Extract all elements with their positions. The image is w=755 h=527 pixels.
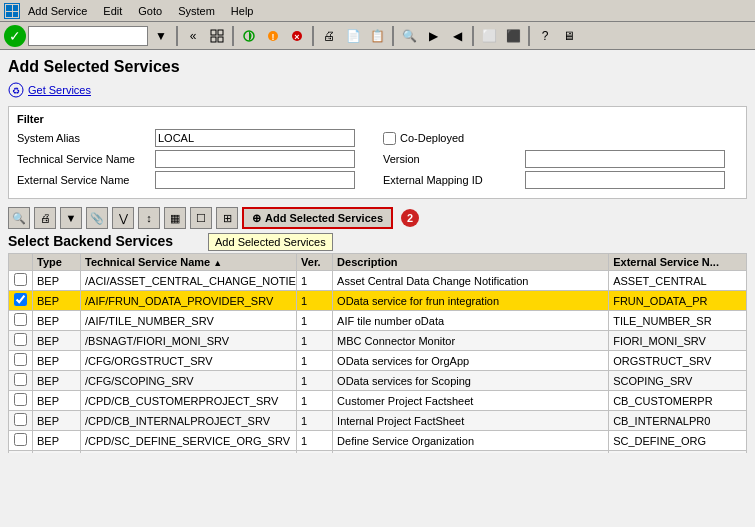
table-cell: BEP <box>33 331 81 351</box>
menu-bar: Add Service Edit Goto System Help <box>0 0 755 22</box>
double-left-btn[interactable]: « <box>182 25 204 47</box>
table-row[interactable]: BEP/CFG/ORGSTRUCT_SRV1OData services for… <box>9 351 747 371</box>
toolbar-search-icon[interactable]: 🔍 <box>8 207 30 229</box>
table-cell: /CFG/SCOPING_SRV <box>81 371 297 391</box>
table-row[interactable]: BEP/ACI/ASSET_CENTRAL_CHANGE_NOTIE1Asset… <box>9 271 747 291</box>
row-checkbox[interactable] <box>14 433 27 446</box>
table-row[interactable]: BEP/BSNAGT/FIORI_MONI_SRV1MBC Connector … <box>9 331 747 351</box>
toolbar-filter-icon[interactable]: ▼ <box>60 207 82 229</box>
print-btn[interactable]: 🖨 <box>318 25 340 47</box>
table-row[interactable]: BEP/CPD/CB_CUSTOMERPROJECT_SRV1Customer … <box>9 391 747 411</box>
next-btn[interactable]: ▶ <box>422 25 444 47</box>
toolbar-grid-icon[interactable]: ⊞ <box>216 207 238 229</box>
external-mapping-input[interactable] <box>525 171 725 189</box>
toolbar-print-icon[interactable]: 🖨 <box>34 207 56 229</box>
col-header-technical[interactable]: Technical Service Name ▲ <box>81 254 297 271</box>
dropdown-arrow[interactable]: ▼ <box>150 25 172 47</box>
row-checkbox[interactable] <box>14 293 27 306</box>
alert-btn[interactable]: ! <box>262 25 284 47</box>
table-cell: FRUN_ODATA_PR <box>609 291 747 311</box>
table-cell: /CFG/ORGSTRUCT_SRV <box>81 351 297 371</box>
menu-add-service[interactable]: Add Service <box>26 5 89 17</box>
menu-edit[interactable]: Edit <box>101 5 124 17</box>
table-row[interactable]: BEP/CFG/SCOPING_SRV1OData services for S… <box>9 371 747 391</box>
col-header-check <box>9 254 33 271</box>
table-row[interactable]: BEP/CPD/SC_DEFINE_SERVICE_ORG_SRV1Define… <box>9 431 747 451</box>
monitor-btn[interactable]: 🖥 <box>558 25 580 47</box>
col-header-desc[interactable]: Description <box>333 254 609 271</box>
table-cell: 1 <box>297 431 333 451</box>
row-checkbox-cell[interactable] <box>9 271 33 291</box>
toolbar-select-icon[interactable]: ☐ <box>190 207 212 229</box>
col-header-ver[interactable]: Ver. <box>297 254 333 271</box>
table-row[interactable]: BEP/CPD/CB_INTERNALPROJECT_SRV1Internal … <box>9 411 747 431</box>
row-checkbox[interactable] <box>14 313 27 326</box>
help-btn[interactable]: ? <box>534 25 556 47</box>
stop-btn[interactable]: × <box>286 25 308 47</box>
toolbar-layout-icon[interactable]: ▦ <box>164 207 186 229</box>
table-cell: OData services for Scoping <box>333 371 609 391</box>
toolbar-sort-icon[interactable]: ↕ <box>138 207 160 229</box>
table-row[interactable]: BEP/CPD/SC_EXTERNAL_SERVICES_SRV1Externa… <box>9 451 747 454</box>
svg-rect-3 <box>6 12 12 17</box>
table-section-title: Select Backend Services <box>8 233 747 249</box>
table-cell: BEP <box>33 451 81 454</box>
row-checkbox[interactable] <box>14 413 27 426</box>
table-cell: BEP <box>33 291 81 311</box>
system-alias-input[interactable] <box>155 129 355 147</box>
table-cell: /AIF/TILE_NUMBER_SRV <box>81 311 297 331</box>
add-selected-button[interactable]: ⊕ Add Selected Services <box>242 207 393 229</box>
window-btn[interactable]: ⬜ <box>478 25 500 47</box>
toolbar-clip-icon[interactable]: 📎 <box>86 207 108 229</box>
menu-goto[interactable]: Goto <box>136 5 164 17</box>
doc2-btn[interactable]: 📋 <box>366 25 388 47</box>
svg-rect-4 <box>13 12 18 17</box>
table-cell: OData service for frun integration <box>333 291 609 311</box>
version-input[interactable] <box>525 150 725 168</box>
window2-btn[interactable]: ⬛ <box>502 25 524 47</box>
row-checkbox-cell[interactable] <box>9 291 33 311</box>
menu-help[interactable]: Help <box>229 5 256 17</box>
table-cell: SC_DEFINE_ORG <box>609 431 747 451</box>
svg-rect-6 <box>218 30 223 35</box>
row-checkbox[interactable] <box>14 393 27 406</box>
table-cell: /BSNAGT/FIORI_MONI_SRV <box>81 331 297 351</box>
row-checkbox[interactable] <box>14 353 27 366</box>
table-cell: OData services for OrgApp <box>333 351 609 371</box>
svg-text:×: × <box>294 32 299 42</box>
table-container[interactable]: Type Technical Service Name ▲ Ver. Descr… <box>8 253 747 453</box>
get-services-label: Get Services <box>28 84 91 96</box>
row-checkbox-cell[interactable] <box>9 451 33 454</box>
technical-service-input[interactable] <box>155 150 355 168</box>
col-header-type[interactable]: Type <box>33 254 81 271</box>
grid-btn[interactable] <box>206 25 228 47</box>
row-checkbox[interactable] <box>14 273 27 286</box>
col-header-external[interactable]: External Service N... <box>609 254 747 271</box>
table-row[interactable]: BEP/AIF/TILE_NUMBER_SRV1AIF tile number … <box>9 311 747 331</box>
filter-row-external: External Service Name External Mapping I… <box>17 171 738 189</box>
menu-system[interactable]: System <box>176 5 217 17</box>
toolbar-input[interactable] <box>28 26 148 46</box>
co-deployed-checkbox[interactable] <box>383 132 396 145</box>
main-content: Add Selected Services ♻ Get Services Fil… <box>0 50 755 527</box>
prev-btn[interactable]: ◀ <box>446 25 468 47</box>
row-checkbox-cell[interactable] <box>9 371 33 391</box>
row-checkbox[interactable] <box>14 373 27 386</box>
row-checkbox-cell[interactable] <box>9 391 33 411</box>
row-checkbox-cell[interactable] <box>9 411 33 431</box>
row-checkbox[interactable] <box>14 333 27 346</box>
search-btn[interactable]: 🔍 <box>398 25 420 47</box>
refresh-btn[interactable] <box>238 25 260 47</box>
doc-btn[interactable]: 📄 <box>342 25 364 47</box>
row-checkbox-cell[interactable] <box>9 311 33 331</box>
add-selected-label: Add Selected Services <box>265 212 383 224</box>
confirm-button[interactable]: ✓ <box>4 25 26 47</box>
row-checkbox-cell[interactable] <box>9 431 33 451</box>
table-header-row: Type Technical Service Name ▲ Ver. Descr… <box>9 254 747 271</box>
row-checkbox-cell[interactable] <box>9 331 33 351</box>
row-checkbox-cell[interactable] <box>9 351 33 371</box>
table-row[interactable]: BEP/AIF/FRUN_ODATA_PROVIDER_SRV1OData se… <box>9 291 747 311</box>
external-service-input[interactable] <box>155 171 355 189</box>
get-services-button[interactable]: ♻ Get Services <box>8 82 91 98</box>
toolbar-funnel-icon[interactable]: ⋁ <box>112 207 134 229</box>
